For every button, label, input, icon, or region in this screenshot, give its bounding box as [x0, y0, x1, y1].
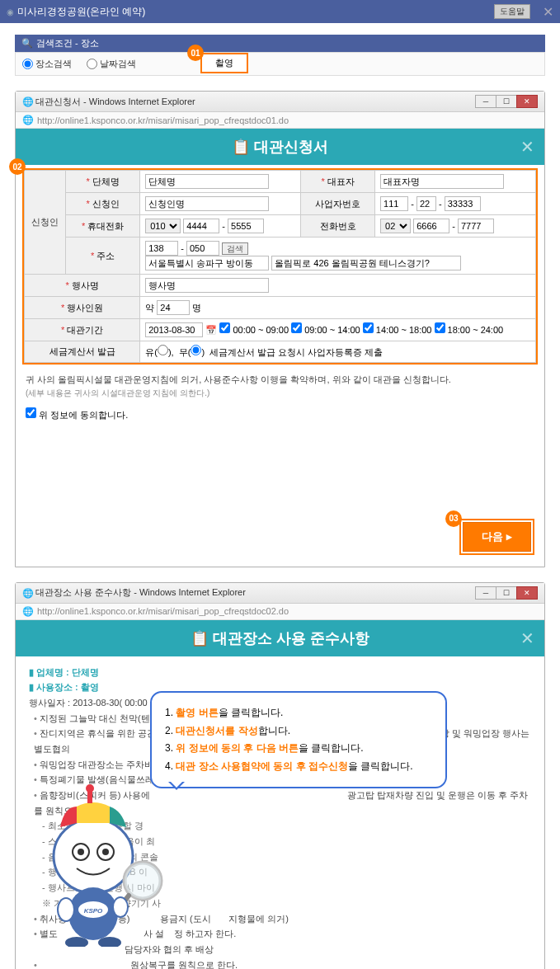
- doc1-header: 📋 대관신청서 ✕: [16, 129, 544, 165]
- mascot-character: KSPO: [31, 782, 163, 948]
- gear-icon: ◉: [7, 7, 14, 16]
- app-header: ◉ 미사리경정공원(온라인 예약) 도움말 ✕: [0, 0, 560, 23]
- biz1-input[interactable]: [380, 196, 408, 211]
- marker-02: 02: [9, 158, 26, 175]
- slot3-check[interactable]: [363, 322, 374, 333]
- doc2-close-icon[interactable]: ✕: [520, 628, 534, 648]
- date-radio-label: 날짜검색: [100, 58, 136, 70]
- doc1-close-icon[interactable]: ✕: [520, 137, 534, 157]
- place-radio-label: 장소검색: [35, 58, 72, 70]
- svg-point-14: [113, 897, 128, 917]
- help-button[interactable]: 도움말: [494, 4, 530, 19]
- applicant-head: 신청인: [25, 171, 66, 275]
- slot4-check[interactable]: [435, 322, 445, 333]
- addr-label: 주소: [91, 251, 115, 261]
- slot4-label: 18:00 ~ 24:00: [448, 325, 504, 335]
- tax-yes-radio[interactable]: [158, 345, 168, 355]
- slot1-label: 00:00 ~ 09:00: [233, 325, 289, 335]
- tax-label: 세금계산서 발급: [49, 346, 115, 356]
- svg-point-6: [102, 849, 109, 855]
- doc1-title: 대관신청서: [254, 139, 328, 155]
- ie-mini-icon: 🌐: [22, 606, 34, 617]
- date-radio-input[interactable]: [87, 59, 97, 69]
- period-date-input[interactable]: [145, 322, 203, 337]
- mobile2-input[interactable]: [228, 219, 264, 233]
- win-max-button[interactable]: ☐: [496, 95, 517, 108]
- search-title: 검색조건 - 장소: [36, 37, 99, 49]
- next-button[interactable]: 다음 ▸: [463, 522, 531, 552]
- ie-icon: 🌐: [22, 96, 32, 106]
- svg-text:KSPO: KSPO: [84, 907, 103, 915]
- date-search-radio[interactable]: 날짜검색: [87, 58, 136, 70]
- place-radio-input[interactable]: [22, 59, 33, 69]
- svg-point-12: [125, 863, 161, 899]
- event-label: 행사명: [65, 280, 98, 290]
- place-search-radio[interactable]: 장소검색: [22, 58, 72, 70]
- win1-url-bar: 🌐 http://online1.ksponco.or.kr/misari/mi…: [16, 112, 544, 129]
- rules-org: 업체명 : 단체명: [36, 667, 99, 677]
- people-input[interactable]: [157, 300, 190, 315]
- phone-label: 전화번호: [320, 221, 356, 231]
- slot2-check[interactable]: [291, 322, 302, 333]
- biz3-input[interactable]: [445, 196, 481, 211]
- slot1-check[interactable]: [219, 322, 230, 333]
- clipboard-icon: 📋: [232, 139, 250, 155]
- phone1-input[interactable]: [413, 219, 449, 233]
- calendar-icon[interactable]: 📅: [205, 325, 217, 335]
- addr-search-button[interactable]: 검색: [222, 242, 248, 255]
- search-panel: 🔍 검색조건 - 장소 장소검색 날짜검색 01 촬영: [15, 35, 545, 76]
- ie-icon: 🌐: [22, 588, 32, 598]
- mobile-prefix-select[interactable]: 010: [145, 219, 181, 233]
- win1-titlebar: 🌐 대관신청서 - Windows Internet Explorer ─ ☐ …: [16, 92, 544, 112]
- next-button-wrap: 다음 ▸: [459, 519, 534, 555]
- tax-tail: 세금계산서 발급 요청시 사업자등록증 제출: [209, 347, 383, 357]
- phone2-input[interactable]: [458, 219, 494, 233]
- addr2-input[interactable]: [271, 256, 461, 270]
- slot2-label: 09:00 ~ 14:00: [304, 325, 360, 335]
- mobile1-input[interactable]: [183, 219, 219, 233]
- name-input[interactable]: [145, 196, 269, 211]
- svg-point-10: [58, 898, 74, 921]
- svg-point-4: [78, 849, 84, 855]
- period-label: 대관기간: [61, 325, 103, 335]
- tax-no-radio[interactable]: [191, 345, 201, 355]
- search-body: 장소검색 날짜검색 01 촬영: [15, 52, 545, 76]
- rep-label: 대표자: [321, 176, 354, 186]
- org-label: 단체명: [87, 176, 120, 186]
- win2-url-bar: 🌐 http://online1.ksponco.or.kr/misari/mi…: [16, 604, 544, 620]
- marker-01: 01: [187, 45, 204, 61]
- svg-point-2: [86, 784, 94, 793]
- doc2-header: 📋 대관장소 사용 준수사항 ✕: [16, 620, 544, 656]
- agree-checkbox[interactable]: [26, 407, 36, 418]
- application-form-table: 신청인 단체명 대표자 신청인 사업자번호 - - 휴대전화 010: [24, 170, 536, 363]
- app-close-icon[interactable]: ✕: [543, 4, 553, 20]
- addr1-input[interactable]: [145, 256, 269, 270]
- org-input[interactable]: [145, 174, 269, 189]
- win-close-button[interactable]: ✕: [516, 95, 538, 108]
- selected-place-box[interactable]: 촬영: [200, 53, 248, 73]
- win2-min-button[interactable]: ─: [475, 586, 496, 600]
- zip2-input[interactable]: [186, 241, 219, 256]
- win2-max-button[interactable]: ☐: [496, 586, 517, 600]
- phone-prefix-select[interactable]: 02: [380, 219, 411, 233]
- win2-close-button[interactable]: ✕: [516, 586, 538, 600]
- zip1-input[interactable]: [145, 241, 178, 256]
- win2-title: 대관장소 사용 준수사항 - Windows Internet Explorer: [35, 586, 246, 599]
- people-label: 행사인원: [61, 303, 103, 313]
- window-application-form: 🌐 대관신청서 - Windows Internet Explorer ─ ☐ …: [15, 91, 545, 567]
- agree-label: 위 정보에 동의합니다.: [39, 410, 128, 420]
- win2-url: http://online1.ksponco.or.kr/misari/misa…: [37, 606, 289, 616]
- agreement-note: 귀 사의 올림픽시설물 대관운영지침에 의거, 사용준수사항 이행을 확약하며,…: [26, 373, 534, 399]
- event-input[interactable]: [145, 278, 269, 293]
- help-bubble: 1. 촬영 버튼을 클릭합니다. 2. 대관신청서를 작성합니다. 3. 위 정…: [150, 691, 447, 788]
- app-title: 미사리경정공원(온라인 예약): [17, 5, 145, 19]
- svg-point-0: [54, 819, 133, 893]
- note-line1: 귀 사의 올림픽시설물 대관운영지침에 의거, 사용준수사항 이행을 확약하며,…: [26, 373, 534, 387]
- marker-03: 03: [445, 510, 462, 527]
- win1-title: 대관신청서 - Windows Internet Explorer: [35, 96, 195, 108]
- rep-input[interactable]: [380, 174, 504, 189]
- win-min-button[interactable]: ─: [475, 95, 496, 108]
- search-icon: 🔍: [21, 38, 33, 49]
- biz2-input[interactable]: [416, 196, 436, 211]
- slot3-label: 14:00 ~ 18:00: [376, 325, 432, 335]
